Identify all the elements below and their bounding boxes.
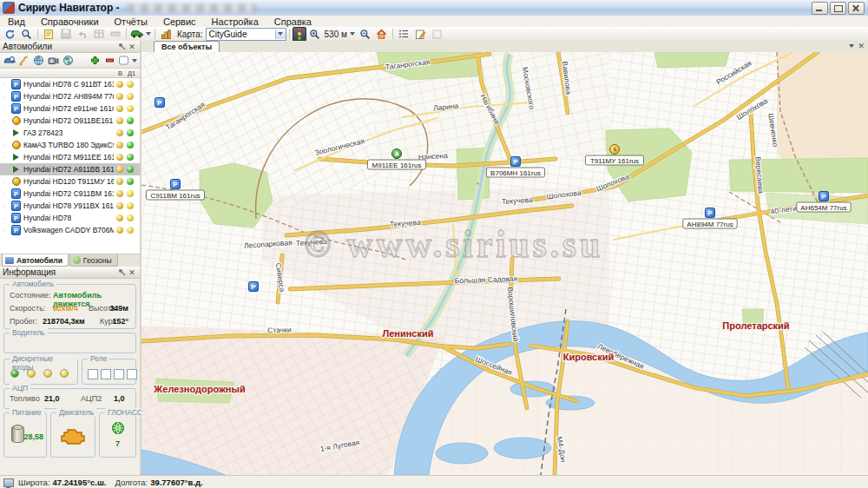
- group-label: Водитель: [10, 328, 48, 337]
- parking-marker[interactable]: P: [819, 192, 829, 201]
- adc-group: АЦП Топливо 21,0 АЦП2 1,0: [3, 388, 136, 409]
- traffic-light-toggle[interactable]: [293, 27, 306, 42]
- vehicle-row[interactable]: ·ГАЗ 278423: [0, 127, 140, 139]
- vehicle-list[interactable]: ·PHyundai HD78 С 911ВТ 161rus·PHyundai H…: [0, 78, 140, 254]
- globe-icon[interactable]: [31, 54, 46, 67]
- close-tab-icon[interactable]: ✕: [858, 42, 865, 50]
- svg-text:P: P: [173, 181, 178, 188]
- camera-button[interactable]: [46, 54, 61, 67]
- course-value: 152°: [112, 317, 128, 326]
- zoom-level-select[interactable]: 530 м: [323, 29, 357, 40]
- vehicle-row[interactable]: ·PHyundai HD78: [0, 212, 140, 224]
- list-icon[interactable]: [396, 28, 412, 41]
- undo-icon: [74, 28, 90, 41]
- menu-item-сервис[interactable]: Сервис: [155, 16, 204, 27]
- menu-item-справочники[interactable]: Справочники: [33, 16, 107, 27]
- d1-status-sphere: [127, 129, 134, 136]
- vehicle-row[interactable]: ·КамАЗ TURBO 180 ЭдикС911ЕС 61rus: [0, 139, 140, 151]
- close-panel-icon[interactable]: ✕: [127, 42, 137, 51]
- info-panel-title: Информация: [3, 267, 56, 277]
- vehicle-row[interactable]: ·PHyundai HD78 У911ВХ 161rus: [0, 200, 140, 212]
- ignition-status-sphere: [116, 129, 123, 136]
- relay-checkbox[interactable]: [88, 369, 98, 379]
- close-panel-icon[interactable]: ✕: [127, 267, 137, 277]
- vehicle-label: КамАЗ TURBO 180 ЭдикС911ЕС 61rus: [23, 141, 114, 149]
- parking-marker[interactable]: P: [511, 157, 521, 167]
- vehicle-row[interactable]: ·Hyundai HD72 М911ЕЕ 161rus: [0, 151, 140, 163]
- d1-status-sphere: [127, 178, 134, 185]
- pin-icon[interactable]: [116, 42, 127, 51]
- vehicle-row[interactable]: ·PVolkswagen CADDY В706МН 161rus: [0, 224, 140, 236]
- map-tab-all-objects[interactable]: Все объекты: [154, 41, 220, 52]
- parking-marker[interactable]: P: [706, 208, 715, 218]
- chart-icon[interactable]: [158, 28, 174, 41]
- notes-icon[interactable]: [412, 28, 429, 41]
- parked-icon: P: [11, 214, 21, 223]
- map-select[interactable]: CityGuide: [206, 28, 286, 41]
- vehicle-map-label-text: Т911МУ 161rus: [590, 157, 639, 165]
- menu-item-вид[interactable]: Вид: [0, 16, 33, 27]
- checkbox-icon: [429, 28, 445, 41]
- vehicle-row[interactable]: ·Hyundai HD72 О911ВЕ161: [0, 115, 140, 127]
- vehicle-map-label-text: С911ВМ 161rus: [150, 192, 200, 200]
- menu-item-настройка[interactable]: Настройка: [204, 16, 266, 27]
- search-icon[interactable]: [18, 28, 35, 41]
- web-globe-icon[interactable]: [61, 54, 76, 67]
- zoom-out-icon[interactable]: [357, 28, 373, 41]
- pin-icon[interactable]: [116, 267, 127, 277]
- vehicle-actions-button[interactable]: [129, 28, 152, 41]
- route-button[interactable]: [16, 54, 31, 67]
- minimize-button[interactable]: [812, 2, 828, 15]
- moving-vehicle-marker[interactable]: [392, 149, 402, 159]
- d1-status-sphere: [127, 142, 134, 148]
- tab-geozones[interactable]: Геозоны: [69, 254, 118, 267]
- tab-label: Автомобили: [16, 256, 62, 265]
- parked-icon: P: [11, 201, 21, 211]
- parking-marker[interactable]: P: [155, 98, 165, 108]
- main-toolbar: Карта: CityGuide 530 м: [0, 27, 868, 42]
- remove-vehicle-button[interactable]: [102, 54, 117, 67]
- driver-group: Водитель: [3, 333, 136, 353]
- mileage-label: Пробег:: [10, 317, 37, 326]
- menu-item-отчёты[interactable]: Отчёты: [107, 16, 155, 27]
- vehicle-map-label-text: АН654М 77rus: [800, 204, 846, 212]
- idle-vehicle-marker[interactable]: [610, 145, 620, 155]
- vehicle-list-icon: [5, 257, 14, 264]
- parking-marker[interactable]: P: [249, 282, 259, 292]
- chevron-down-icon[interactable]: [275, 30, 286, 39]
- vehicle-label: Hyundai HD78: [23, 214, 71, 222]
- vehicle-row[interactable]: ·PHyundai HD72 С911ВМ 161rus: [0, 188, 140, 200]
- vehicle-row[interactable]: ·PHyundai HD72 АН894М 77rus: [0, 90, 140, 102]
- ignition-status-sphere: [116, 81, 123, 88]
- add-vehicle-button[interactable]: [88, 54, 102, 67]
- close-button[interactable]: [848, 2, 865, 15]
- vehicle-row[interactable]: ·Hyundai HD120 Т911МУ 161rus: [0, 175, 140, 188]
- power-group: Питание 28,58: [3, 412, 47, 458]
- idle-icon: [11, 116, 21, 126]
- parking-marker[interactable]: P: [171, 180, 181, 189]
- refresh-button[interactable]: [2, 28, 18, 41]
- menu-item-справка[interactable]: Справка: [266, 16, 319, 27]
- group-filter-dropdown[interactable]: [117, 54, 138, 67]
- map-tab-strip: Все объекты ✕: [141, 41, 868, 53]
- vehicle-row[interactable]: ·Hyundai HD72 А911ВВ 161rus: [0, 163, 140, 175]
- svg-text:P: P: [513, 158, 518, 166]
- vehicle-row[interactable]: ·PHyundai HD72 е911не 161rus: [0, 102, 140, 115]
- map-viewport[interactable]: + +: [141, 52, 868, 475]
- map-select-value: CityGuide: [209, 30, 247, 39]
- relay-checkbox[interactable]: [127, 369, 137, 379]
- edit-document-icon[interactable]: [41, 28, 57, 41]
- tab-list-dropdown-icon[interactable]: [849, 44, 854, 48]
- maximize-button[interactable]: [830, 2, 846, 15]
- zoom-in-icon[interactable]: [306, 28, 323, 41]
- svg-text:P: P: [251, 283, 256, 291]
- locate-vehicle-button[interactable]: [2, 54, 16, 67]
- vehicle-label: Hyundai HD120 Т911МУ 161rus: [23, 177, 114, 186]
- tab-vehicles[interactable]: Автомобили: [2, 254, 69, 267]
- relay-checkbox[interactable]: [114, 369, 124, 379]
- speed-value: 62км/ч: [53, 304, 78, 313]
- relay-checkbox[interactable]: [101, 369, 111, 379]
- map-canvas[interactable]: + +: [141, 52, 868, 475]
- vehicle-row[interactable]: ·PHyundai HD78 С 911ВТ 161rus: [0, 78, 140, 90]
- home-icon[interactable]: [373, 28, 390, 41]
